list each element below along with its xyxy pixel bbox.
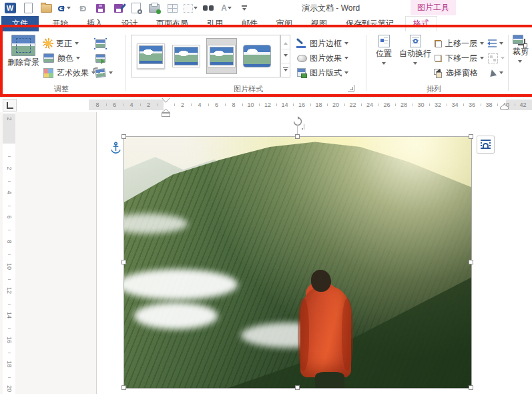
send-backward-button[interactable]: 下移一层 [434,51,484,65]
color-button[interactable]: 颜色 [43,51,95,65]
selection-handle[interactable] [295,385,300,390]
selection-handle[interactable] [121,385,126,390]
tab-file[interactable]: 文件 [1,16,39,31]
picture-style-2[interactable] [171,38,202,74]
first-line-indent-marker[interactable] [162,97,170,103]
undo-icon[interactable] [57,1,71,15]
new-document-icon[interactable] [21,1,35,15]
artistic-effects-button[interactable]: 艺术效果 [43,65,95,80]
font-size-icon[interactable]: A [219,1,234,15]
icon-part [58,5,66,12]
ruler-tick [8,304,11,305]
selection-pane-icon [434,68,443,77]
tab-review[interactable]: 审阅 [269,16,300,31]
table-icon[interactable] [165,1,180,15]
selection-handle[interactable] [469,134,473,139]
selection-pane-button[interactable]: 选择窗格 [434,65,484,80]
dropdown-caret-icon [67,7,71,11]
selection-handle[interactable] [121,134,126,139]
quick-access-toolbar: WA [3,1,252,15]
icon-part [168,4,178,13]
tab-mailings[interactable]: 邮件 [234,16,265,31]
tab-design[interactable]: 设计 [114,16,145,31]
position-button[interactable]: 位置 [371,35,396,67]
find-icon[interactable] [201,1,216,15]
remove-background-button[interactable]: 删除背景 [4,35,43,67]
selection-handle[interactable] [469,260,473,264]
tab-home[interactable]: 开始 [45,16,75,31]
ruler-number: 10 [6,262,13,270]
picture-effects-button[interactable]: 图片效果 [296,51,348,65]
gallery-more-button[interactable] [281,63,290,77]
borders-icon[interactable] [183,1,198,15]
selection-handle[interactable] [295,134,300,139]
ruler-number: 14 [6,311,13,319]
ruler-tick [395,104,396,106]
icon-part: W [5,3,16,13]
wrap-text-button[interactable]: 自动换行 [398,35,433,67]
picture-styles-group-label: 图片样式 [234,84,263,94]
compress-picture-button[interactable] [95,36,113,51]
ruler-tick [8,279,11,280]
icon-part [149,4,160,13]
selection-handle[interactable] [469,385,473,390]
icon-part [208,45,236,67]
more-commands-icon[interactable] [237,1,252,15]
ruler-number: 34 [450,102,461,108]
ruler-tick [413,104,413,106]
save-icon[interactable] [93,1,107,15]
crop-icon [513,35,526,45]
icon-part [24,3,33,13]
tab-view[interactable]: 视图 [304,16,334,31]
corrections-button[interactable]: 更正 [43,36,95,51]
tab-insert[interactable]: 插入 [79,16,110,31]
tab-stop-selector[interactable] [3,99,17,112]
picture-style-3[interactable] [206,38,237,74]
picture-effects-icon [296,53,307,63]
bring-forward-button[interactable]: 上移一层 [434,36,484,51]
layout-options-icon [481,140,491,150]
dropdown-caret-icon [480,42,484,47]
dropdown-caret-icon [194,7,198,11]
picture-style-1[interactable] [136,38,166,74]
redo-icon[interactable] [75,1,89,15]
tab-page-layout[interactable]: 页面布局 [149,16,196,31]
group-objects-button[interactable] [485,51,505,65]
ruler-number: 42 [518,102,529,108]
reset-picture-button[interactable] [95,65,113,80]
picture-styles-dialog-launcher[interactable] [348,85,354,91]
quick-print-icon[interactable] [147,1,162,15]
ruler-number: 2 [178,102,188,108]
save-as-icon[interactable] [111,1,125,15]
open-icon[interactable] [39,1,53,15]
tab-save-to-cloud[interactable]: 保存到云笔记 [338,16,401,31]
picture-layout-button[interactable]: 图片版式 [296,65,348,80]
right-indent-marker[interactable] [500,104,509,110]
ruler-number: 6 [212,102,222,108]
selected-picture[interactable] [124,137,471,388]
change-picture-button[interactable] [95,51,113,65]
ruler-number: 26 [382,102,392,108]
selection-handle[interactable] [121,260,126,264]
text-cursor-mark [304,124,304,130]
rotate-objects-button[interactable] [485,65,505,80]
print-preview-icon[interactable] [129,1,144,15]
hanging-indent-marker[interactable] [162,109,170,117]
picture-style-4[interactable] [242,38,272,74]
picture-border-button[interactable]: 图片边框 [296,36,348,51]
tab-format[interactable]: 格式 [405,16,437,31]
tab-references[interactable]: 引用 [200,16,230,31]
align-button[interactable] [485,36,505,51]
layout-options-button[interactable] [477,136,495,154]
picture-styles-gallery [131,35,280,77]
crop-button[interactable]: 裁剪 [513,35,532,65]
gallery-scroll-down-button[interactable] [281,49,290,63]
word-logo[interactable]: W [3,1,17,15]
document-canvas[interactable]: 22468101214161820 [0,112,532,394]
rotation-handle[interactable] [292,116,303,127]
ruler-tick [463,104,464,106]
vertical-ruler[interactable]: 22468101214161820 [3,112,15,394]
gallery-scroll-up-button[interactable] [281,35,290,49]
icon-part [41,4,52,13]
ruler-tick [8,254,11,255]
